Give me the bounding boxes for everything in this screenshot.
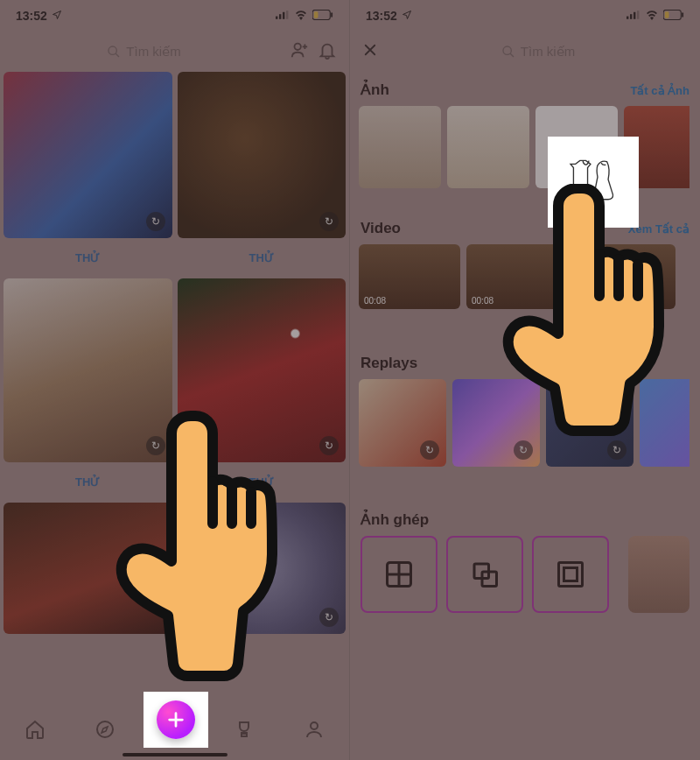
svg-point-7: [108, 46, 116, 54]
try-button[interactable]: THỬ: [4, 242, 172, 273]
signal-icon: [626, 9, 640, 23]
add-friend-icon[interactable]: [290, 40, 309, 63]
svg-rect-6: [331, 12, 332, 18]
tutorial-hand-icon: [499, 184, 665, 447]
nav-profile[interactable]: [293, 708, 335, 750]
nav-home[interactable]: [14, 708, 56, 750]
svg-point-19: [503, 46, 511, 54]
notifications-icon[interactable]: [318, 40, 337, 63]
nav-discover[interactable]: [84, 708, 126, 750]
create-fab[interactable]: [157, 700, 195, 739]
try-button[interactable]: THỬ: [178, 242, 346, 273]
svg-rect-3: [286, 11, 288, 19]
svg-line-20: [510, 53, 514, 57]
replay-thumb[interactable]: ↻: [359, 379, 446, 467]
svg-line-8: [116, 53, 119, 57]
svg-rect-0: [276, 17, 277, 19]
screen-picker: 13:52 Tìm kiếm Ảnh Tất cả Ảnh: [350, 0, 700, 760]
template-card[interactable]: ↻ THỬ: [4, 72, 172, 273]
status-bar: 13:52: [350, 0, 700, 32]
location-icon: [52, 9, 62, 23]
svg-rect-14: [634, 12, 635, 19]
section-photos: Ảnh Tất cả Ảnh: [350, 72, 700, 188]
svg-rect-15: [637, 11, 639, 19]
svg-rect-2: [283, 12, 284, 19]
collage-freeform-icon: [469, 559, 500, 590]
nav-challenges[interactable]: [223, 708, 265, 750]
search-bar[interactable]: Tìm kiếm: [9, 38, 279, 66]
redo-icon: ↻: [319, 608, 339, 627]
video-duration: 00:08: [364, 296, 386, 306]
plus-icon: [166, 710, 186, 729]
template-thumb: ↻: [4, 72, 172, 238]
collage-photo-option[interactable]: [628, 536, 690, 613]
collage-frame-option[interactable]: [532, 536, 609, 613]
photo-thumb[interactable]: [447, 106, 529, 188]
create-fab-highlight: [144, 692, 208, 748]
status-time: 13:52: [366, 9, 397, 23]
section-collage: Ảnh ghép: [350, 502, 700, 529]
search-placeholder: Tìm kiếm: [521, 44, 575, 60]
status-time: 13:52: [16, 9, 47, 23]
photo-thumb[interactable]: [359, 106, 441, 188]
search-bar[interactable]: Tìm kiếm: [385, 38, 691, 66]
section-title: Ảnh ghép: [360, 510, 429, 529]
svg-rect-18: [682, 12, 683, 18]
home-indicator: [122, 753, 228, 756]
search-icon: [107, 45, 121, 59]
section-title: Replays: [360, 355, 417, 372]
svg-rect-17: [665, 11, 669, 18]
svg-rect-12: [626, 17, 628, 19]
section-title: Video: [360, 220, 401, 237]
redo-icon: ↻: [319, 436, 339, 455]
redo-icon: ↻: [319, 212, 339, 231]
signal-icon: [276, 9, 290, 23]
screen-feed: 13:52 Tìm kiếm ↻ THỬ ↻: [0, 0, 350, 760]
section-title: Ảnh: [360, 81, 389, 99]
svg-rect-13: [630, 14, 632, 19]
redo-icon: ↻: [420, 440, 439, 460]
svg-rect-1: [279, 14, 281, 19]
collage-grid-icon: [383, 559, 415, 590]
battery-icon: [663, 9, 684, 23]
collage-frame-icon: [555, 559, 586, 590]
wifi-icon: [294, 9, 308, 23]
close-button[interactable]: [359, 42, 378, 62]
video-thumb[interactable]: 00:08: [359, 244, 460, 309]
svg-point-11: [311, 722, 318, 729]
template-card[interactable]: ↻ THỬ: [178, 72, 346, 273]
redo-icon: ↻: [146, 212, 165, 231]
template-thumb: ↻: [178, 72, 346, 238]
collage-grid-option[interactable]: [360, 536, 438, 613]
svg-rect-25: [564, 568, 578, 581]
section-link-all-photos[interactable]: Tất cả Ảnh: [630, 84, 690, 97]
svg-point-10: [97, 721, 113, 737]
search-icon: [501, 45, 515, 59]
battery-icon: [312, 9, 333, 23]
header: Tìm kiếm: [0, 32, 349, 72]
close-icon: [362, 42, 378, 58]
wifi-icon: [645, 9, 659, 23]
search-placeholder: Tìm kiếm: [126, 44, 180, 60]
svg-rect-5: [314, 11, 318, 18]
status-bar: 13:52: [0, 0, 349, 32]
svg-point-9: [295, 44, 301, 50]
tutorial-hand-icon: [103, 403, 287, 692]
location-icon: [402, 9, 412, 23]
svg-rect-24: [559, 563, 583, 587]
video-duration: 00:08: [472, 296, 494, 306]
header: Tìm kiếm: [350, 32, 700, 72]
collage-freeform-option[interactable]: [446, 536, 523, 613]
